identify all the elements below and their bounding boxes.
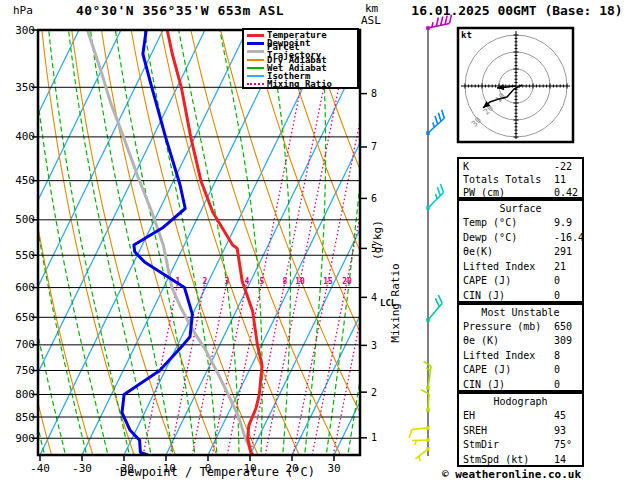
row-label: Totals Totals [463,174,541,185]
row-value: 291 [554,245,572,260]
barb-station-dot [426,131,430,135]
row-label: θe (K) [463,335,499,346]
row-label: CAPE (J) [463,275,511,286]
row-label: Pressure (mb) [463,321,541,332]
pressure-tick-label: 300 [15,24,35,37]
row-value: 21 [554,260,566,275]
table-row: CIN (J)0 [463,378,582,392]
row-label: PW (cm) [463,187,505,198]
row-value: 0 [554,363,560,377]
legend-item: Mixing Ratio [247,80,357,88]
row-label: CAPE (J) [463,364,511,375]
dry-adiabat-line [250,30,427,462]
km-tick-label: 1 [371,432,377,443]
y-axis-right-unit: (g/kg) [371,220,384,260]
pressure-tick-label: 450 [15,174,35,187]
table-row: Lifted Index21 [463,260,582,275]
table-row: θe(K)291 [463,245,582,260]
temp-tick-label: 30 [327,462,340,475]
mixing-ratio-line [312,30,397,455]
km-tick-label: 2 [371,387,377,398]
mixing-ratio-line [170,281,205,455]
row-value: 8 [554,349,560,363]
hodograph: 102030 [458,28,573,142]
pressure-tick-label: 550 [15,249,35,262]
wind-barb [409,426,430,438]
mixing-ratio-label: 10 [295,277,305,286]
row-value: 11 [554,173,566,186]
wind-barb [426,110,444,135]
table-row: CIN (J)0 [463,289,582,304]
km-tick-label: 8 [371,88,377,99]
isotherm-line [82,30,289,455]
legend-swatch-wet-adiabat [247,67,264,69]
pressure-tick-label: 350 [15,81,35,94]
pressure-tick-label: 700 [15,338,35,351]
x-axis-caption: Dewpoint / Temperature (°C) [110,465,325,479]
stats-box-most-unstable: Most UnstablePressure (mb)650θe (K)309Li… [457,303,584,392]
mixing-ratio-label: 2 [203,277,208,286]
row-label: StmSpd (kt) [463,454,529,465]
barb-station-dot [426,408,430,412]
altitude-unit-asl: ASL [361,14,381,27]
chart-title: 40°30'N 356°35'W 653m ASL [40,3,320,18]
row-label: K [463,161,469,172]
row-label: StmDir [463,439,499,450]
pressure-tick-label: 750 [15,364,35,377]
legend-swatch-parcel-trajectory [247,50,264,53]
stats-box-surface: SurfaceTemp (°C)9.9Dewp (°C)-16.4θe(K)29… [457,199,584,303]
dry-adiabat-line [102,30,220,462]
table-row: PW (cm)0.42 [463,186,582,199]
row-label: CIN (J) [463,379,505,390]
skewt-sounding-page: 1234581015202530035040045050055060065070… [0,0,629,486]
mixing-ratio-label: 4 [245,277,250,286]
wind-barb [421,390,430,412]
barb-staff [428,303,442,320]
table-row: Dewp (°C)-16.4 [463,231,582,246]
row-value: 45 [554,409,566,424]
run-date-label: 16.01.2025 00GMT (Base: 18) [404,3,629,18]
barb-station-dot [426,438,430,442]
row-label: Lifted Index [463,350,535,361]
row-value: 14 [554,453,566,468]
km-tick-label: 4 [371,292,377,303]
barb-full [440,184,443,192]
legend-swatch-temperature [247,34,264,37]
row-label: Temp (°C) [463,217,517,228]
stats-box-title: Hodograph [463,395,582,409]
stats-box-title: Most Unstable [463,306,582,320]
row-label: Dewp (°C) [463,232,517,243]
barb-station-dot [426,447,430,451]
legend-swatch-dewpoint [247,42,264,45]
hodograph-unit-label: kt [461,30,472,40]
barb-full [424,361,432,366]
pressure-unit-label: hPa [13,4,33,17]
barb-station-dot [426,386,430,390]
barb-full [436,17,438,26]
chart-legend: TemperatureDewpointParcel TrajectoryDry … [242,28,359,89]
mixing-ratio-label: 15 [323,277,333,286]
isotherm-line [0,30,79,455]
row-value: 9.9 [554,216,572,231]
wind-barb [424,361,432,389]
km-tick-label: 3 [371,340,377,351]
barb-staff [412,428,428,429]
isotherm-line [208,30,415,455]
mixing-ratio-label: 20 [342,277,352,286]
barb-half [432,22,433,27]
wind-barb [426,295,442,322]
table-row: K-22 [463,160,582,173]
mixing-ratio-label: 5 [260,277,265,286]
table-row: CAPE (J)0 [463,363,582,377]
barb-full [438,113,441,122]
stats-box-hodograph-stats: HodographEH45SREH93StmDir75°StmSpd (kt)1… [457,392,584,467]
table-row: Temp (°C)9.9 [463,216,582,231]
wind-barb [426,184,443,210]
row-value: 309 [554,334,572,348]
table-row: SREH93 [463,424,582,439]
row-label: CIN (J) [463,290,505,301]
row-value: 650 [554,320,572,334]
stats-box-title: Surface [463,202,582,216]
row-value: -22 [554,160,572,173]
stats-box-indices: K-22Totals Totals11PW (cm)0.42 [457,157,584,199]
